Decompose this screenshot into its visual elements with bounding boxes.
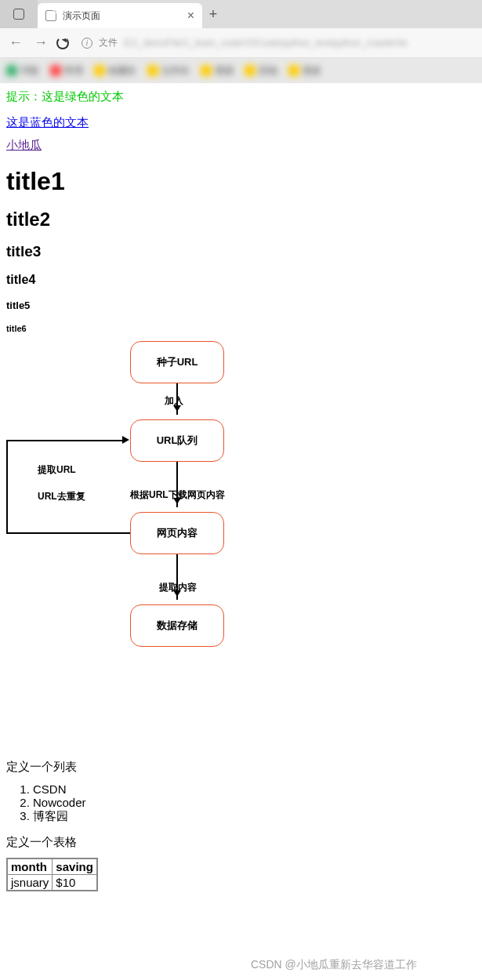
tab-title: 演示页面 [63, 9, 100, 23]
blue-link[interactable]: 这是蓝色的文本 [6, 115, 476, 130]
heading-4: title4 [6, 273, 476, 287]
bookmarks-bar: 书签 常用 收藏夹 文件夹 资源 其他 更多 [0, 58, 482, 83]
address-type-label: 文件 [99, 36, 118, 49]
info-icon: i [82, 38, 92, 49]
flowchart-side-extract-url: 提取URL [38, 463, 76, 477]
address-bar: ← → i 文件 E/1_demoFile/1_team_code/VSCode… [0, 28, 482, 58]
page-content: 提示：这是绿色的文本 这是蓝色的文本 小地瓜 title1 title2 tit… [0, 83, 482, 926]
table-cell-month: jsnuary [7, 875, 53, 891]
page-icon [45, 10, 56, 21]
flowchart-box-page-content: 网页内容 [130, 512, 224, 554]
table-header-saving: saving [53, 858, 97, 875]
forward-button: → [31, 34, 50, 51]
purple-visited-link[interactable]: 小地瓜 [6, 138, 476, 153]
reload-button[interactable] [56, 37, 75, 49]
table-section-label: 定义一个表格 [6, 835, 476, 850]
flowchart-diagram: 种子URL 加入 URL队列 根据URL下载网页内容 网页内容 提取内容 数据存… [6, 341, 273, 749]
window-icon [13, 9, 24, 20]
list-section-label: 定义一个列表 [6, 760, 476, 775]
heading-1: title1 [6, 167, 476, 196]
flowchart-box-seed-url: 种子URL [130, 341, 224, 383]
list-item: Nowcoder [33, 796, 476, 809]
flowchart-loop-arrowhead [122, 436, 133, 444]
heading-2: title2 [6, 209, 476, 230]
flowchart-box-url-queue: URL队列 [130, 419, 224, 462]
flowchart-label-download: 根据URL下载网页内容 [130, 488, 225, 502]
table-header-month: month [7, 858, 53, 875]
tab-corner-button[interactable] [0, 0, 38, 28]
flowchart-box-data-store: 数据存储 [130, 604, 224, 647]
green-hint-text: 提示：这是绿色的文本 [6, 89, 476, 104]
new-tab-button[interactable]: + [202, 0, 224, 28]
tab-bar: 演示页面 × + [0, 0, 482, 28]
table-row: jsnuary $10 [7, 875, 97, 891]
back-button[interactable]: ← [6, 34, 25, 51]
table-cell-saving: $10 [53, 875, 97, 891]
address-input[interactable]: i 文件 E/1_demoFile/1_team_code/VSCode/pyt… [82, 36, 476, 49]
flowchart-label-extract: 提取内容 [159, 581, 197, 594]
data-table: month saving jsnuary $10 [6, 858, 98, 891]
flowchart-arrow-1 [176, 383, 178, 415]
heading-3: title3 [6, 243, 476, 260]
browser-tab[interactable]: 演示页面 × [38, 3, 202, 28]
address-path: E/1_demoFile/1_team_code/VSCode/python_t… [124, 38, 408, 49]
heading-5: title5 [6, 299, 476, 311]
flowchart-loop-line-left [6, 440, 8, 534]
reload-icon [56, 37, 69, 49]
flowchart-side-dedupe: URL去重复 [38, 490, 85, 503]
list-item: 博客园 [33, 809, 476, 824]
table-header-row: month saving [7, 858, 97, 875]
list-item: CSDN [33, 782, 476, 796]
flowchart-loop-line-bottom [6, 532, 130, 534]
flowchart-loop-line-top [6, 440, 124, 441]
heading-6: title6 [6, 324, 476, 333]
ordered-list: CSDN Nowcoder 博客园 [6, 782, 476, 824]
close-tab-button[interactable]: × [187, 9, 194, 22]
browser-chrome: 演示页面 × + ← → i 文件 E/1_demoFile/1_team_co… [0, 0, 482, 83]
